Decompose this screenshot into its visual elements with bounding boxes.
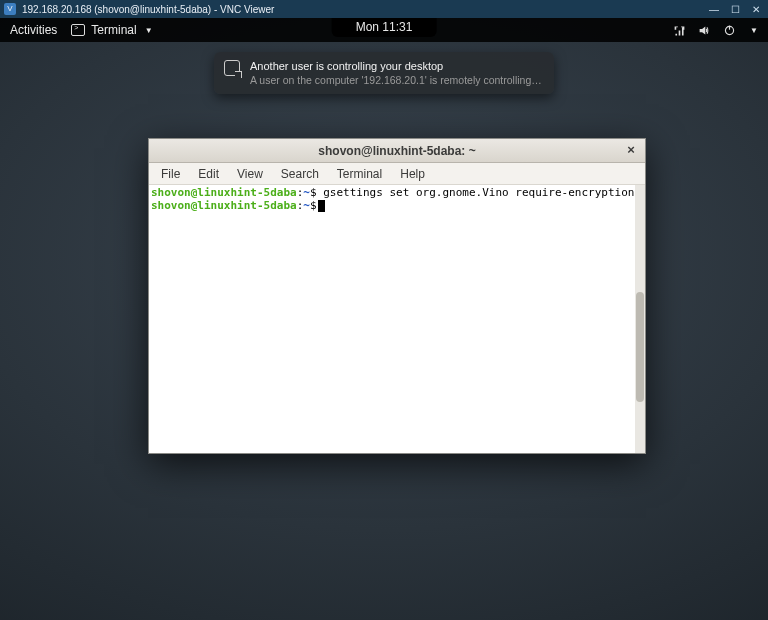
volume-icon[interactable] (698, 24, 711, 37)
terminal-app-icon (71, 24, 85, 36)
terminal-close-button[interactable]: × (623, 142, 639, 158)
notification-subtext: A user on the computer '192.168.20.1' is… (250, 74, 544, 86)
gnome-topbar: Activities Terminal ▼ Mon 11:31 ▼ (0, 18, 768, 42)
terminal-line-2: shovon@linuxhint-5daba:~$ (151, 199, 643, 212)
prompt-path: ~ (303, 186, 310, 199)
menu-terminal[interactable]: Terminal (329, 165, 390, 183)
vnc-window-controls: — ☐ ✕ (709, 4, 764, 15)
topbar-app-menu[interactable]: Terminal ▼ (71, 23, 152, 37)
prompt-sigil: $ (310, 186, 317, 199)
vnc-minimize-button[interactable]: — (709, 4, 719, 15)
notification-headline: Another user is controlling your desktop (250, 60, 544, 72)
terminal-line-1: shovon@linuxhint-5daba:~$ gsettings set … (151, 186, 643, 199)
terminal-title: shovon@linuxhint-5daba: ~ (318, 144, 475, 158)
topbar-app-name: Terminal (91, 23, 136, 37)
terminal-window: shovon@linuxhint-5daba: ~ × File Edit Vi… (148, 138, 646, 454)
network-icon[interactable] (673, 24, 686, 37)
topbar-clock[interactable]: Mon 11:31 (332, 18, 437, 37)
vnc-logo-icon: V (4, 3, 16, 15)
menu-edit[interactable]: Edit (190, 165, 227, 183)
terminal-command-1: gsettings set org.gnome.Vino require-enc… (323, 186, 645, 199)
vnc-close-button[interactable]: ✕ (752, 4, 760, 15)
system-menu-caret-icon[interactable]: ▼ (750, 26, 758, 35)
vnc-window-title: 192.168.20.168 (shovon@linuxhint-5daba) … (22, 4, 709, 15)
notification-banner[interactable]: Another user is controlling your desktop… (214, 52, 554, 94)
power-icon[interactable] (723, 24, 736, 37)
vnc-titlebar: V 192.168.20.168 (shovon@linuxhint-5daba… (0, 0, 768, 18)
terminal-titlebar[interactable]: shovon@linuxhint-5daba: ~ × (149, 139, 645, 163)
prompt-userhost: shovon@linuxhint-5daba (151, 199, 297, 212)
menu-file[interactable]: File (153, 165, 188, 183)
screen-share-icon (224, 60, 240, 76)
prompt-sigil: $ (310, 199, 317, 212)
gnome-desktop: Activities Terminal ▼ Mon 11:31 ▼ Anothe… (0, 18, 768, 620)
prompt-path: ~ (303, 199, 310, 212)
menu-search[interactable]: Search (273, 165, 327, 183)
terminal-cursor (318, 200, 325, 212)
vnc-maximize-button[interactable]: ☐ (731, 4, 740, 15)
prompt-userhost: shovon@linuxhint-5daba (151, 186, 297, 199)
scrollbar-thumb[interactable] (636, 292, 644, 402)
terminal-body[interactable]: shovon@linuxhint-5daba:~$ gsettings set … (149, 185, 645, 453)
activities-button[interactable]: Activities (10, 23, 57, 37)
terminal-scrollbar[interactable] (635, 185, 645, 453)
svg-rect-1 (729, 25, 730, 29)
menu-help[interactable]: Help (392, 165, 433, 183)
chevron-down-icon: ▼ (145, 26, 153, 35)
terminal-menubar: File Edit View Search Terminal Help (149, 163, 645, 185)
menu-view[interactable]: View (229, 165, 271, 183)
